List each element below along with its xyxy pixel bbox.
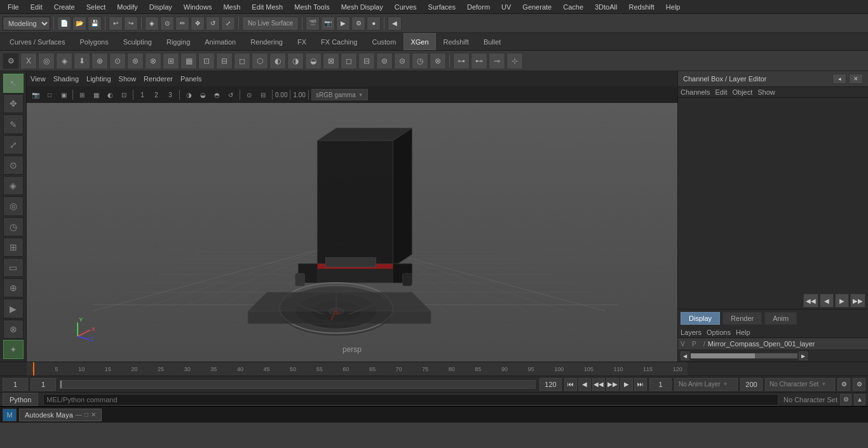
maya-window-btn[interactable]: Autodesk Maya — □ ✕: [19, 409, 102, 421]
soft-select-tool[interactable]: ⊕: [3, 278, 24, 297]
tab-curves-surfaces[interactable]: Curves / Surfaces: [3, 33, 72, 50]
tab-redshift[interactable]: Redshift: [437, 33, 476, 50]
select-tool[interactable]: ↖: [3, 74, 24, 93]
char-set-selector[interactable]: No Character Set ▼: [765, 378, 835, 391]
redo-btn[interactable]: ↪: [124, 17, 138, 31]
vp-menu-show[interactable]: Show: [119, 75, 137, 83]
status-expand-btn[interactable]: ▲: [854, 394, 865, 405]
layer-scroll-track[interactable]: [691, 353, 797, 358]
extra-btn-1[interactable]: ◀: [388, 17, 402, 31]
render-view-btn[interactable]: 🎬: [306, 17, 320, 31]
vp-grid-btn[interactable]: ⊞: [76, 88, 88, 101]
vp-isolate-btn[interactable]: ⊙: [243, 88, 255, 101]
app-icon[interactable]: M: [3, 409, 17, 421]
xgen-icon-24[interactable]: ⊗: [430, 53, 446, 69]
xgen-icon-25[interactable]: ⊶: [453, 53, 470, 69]
step-fwd-btn[interactable]: ▶: [620, 378, 633, 391]
menu-create[interactable]: Create: [49, 2, 80, 12]
paint-select-btn[interactable]: ✏: [175, 17, 189, 31]
python-tab[interactable]: Python: [3, 393, 38, 406]
show-hide-tool[interactable]: ◷: [3, 217, 24, 236]
cb-edit-menu[interactable]: Edit: [715, 88, 727, 96]
xgen-icon-2[interactable]: ◎: [38, 53, 55, 69]
tab-custom[interactable]: Custom: [365, 33, 403, 50]
xgen-icon-6[interactable]: ⊙: [109, 53, 126, 69]
toggle-circle-btn[interactable]: ●: [367, 17, 381, 31]
vp-film-btn[interactable]: ▣: [57, 88, 70, 101]
restore-window-btn[interactable]: ✕: [91, 411, 96, 418]
tab-rendering[interactable]: Rendering: [243, 33, 290, 50]
extra-tool[interactable]: ⊗: [3, 320, 24, 339]
vp-wire-btn[interactable]: ▦: [90, 88, 102, 101]
play-fwd-btn[interactable]: ▶▶: [606, 378, 619, 391]
anim-prefs-btn[interactable]: ⚙: [837, 378, 850, 391]
menu-edit-mesh[interactable]: Edit Mesh: [247, 2, 288, 12]
cb-show-menu[interactable]: Show: [757, 88, 775, 96]
lo-help[interactable]: Help: [736, 329, 750, 336]
snapshot-btn[interactable]: 📷: [321, 17, 335, 31]
paint-tool[interactable]: ✥: [3, 94, 24, 113]
cb-channels-menu[interactable]: Channels: [681, 88, 710, 96]
select-tool-btn[interactable]: ◈: [145, 17, 159, 31]
render-settings-btn[interactable]: ⚙: [351, 17, 365, 31]
viewport-3d[interactable]: View Shading Lighting Show Renderer Pane…: [27, 71, 677, 362]
move-tool-btn[interactable]: ✥: [191, 17, 205, 31]
go-start-btn[interactable]: ⏮: [564, 378, 577, 391]
menu-redshift[interactable]: Redshift: [623, 2, 659, 12]
minimize-window-btn[interactable]: □: [85, 411, 88, 418]
tab-animation[interactable]: Animation: [198, 33, 243, 50]
tab-rigging[interactable]: Rigging: [159, 33, 197, 50]
playhead[interactable]: [33, 362, 34, 376]
menu-file[interactable]: File: [3, 2, 24, 12]
transform-tool[interactable]: ⤢: [3, 135, 24, 154]
new-scene-btn[interactable]: 📄: [57, 17, 71, 31]
xgen-icon-21[interactable]: ⊜: [376, 53, 393, 69]
vp-menu-renderer[interactable]: Renderer: [144, 75, 173, 83]
vp-menu-lighting[interactable]: Lighting: [86, 75, 111, 83]
brush-tool[interactable]: ✎: [3, 114, 24, 133]
xgen-icon-28[interactable]: ⊹: [506, 53, 523, 69]
go-end-btn[interactable]: ⏭: [634, 378, 647, 391]
tab-fx-caching[interactable]: FX Caching: [314, 33, 364, 50]
lasso-select-btn[interactable]: ⊙: [160, 17, 174, 31]
menu-modify[interactable]: Modify: [112, 2, 142, 12]
play-back-btn[interactable]: ◀◀: [592, 378, 605, 391]
frame-max-input[interactable]: [539, 378, 562, 391]
layer-scroll-right[interactable]: ▶: [799, 351, 808, 360]
menu-help[interactable]: Help: [661, 2, 686, 12]
xgen-icon-8[interactable]: ⊗: [145, 53, 161, 69]
cb-nav-left[interactable]: ◀◀: [803, 294, 818, 308]
menu-mesh-tools[interactable]: Mesh Tools: [289, 2, 334, 12]
tab-sculpting[interactable]: Sculpting: [116, 33, 159, 50]
vp-smooth-2[interactable]: 2: [150, 88, 163, 101]
xgen-icon-10[interactable]: ▦: [180, 53, 197, 69]
xgen-icon-4[interactable]: ⬇: [74, 53, 90, 69]
save-scene-btn[interactable]: 💾: [88, 17, 102, 31]
tab-display[interactable]: Display: [681, 312, 720, 325]
xgen-icon-11[interactable]: ⊡: [198, 53, 215, 69]
vp-ambient-btn[interactable]: ◒: [196, 88, 209, 101]
layer-scrollbar[interactable]: ◀ ▶: [678, 350, 868, 362]
xgen-icon-5[interactable]: ⊕: [92, 53, 108, 69]
vp-shadow-btn[interactable]: ◑: [182, 88, 195, 101]
cb-object-menu[interactable]: Object: [732, 88, 752, 96]
xgen-icon-9[interactable]: ⊞: [163, 53, 179, 69]
vp-menu-view[interactable]: View: [31, 75, 46, 83]
cb-close-btn[interactable]: ✕: [849, 74, 863, 84]
menu-generate[interactable]: Generate: [517, 2, 557, 12]
xgen-icon-18[interactable]: ⊠: [323, 53, 339, 69]
range-start-input[interactable]: [649, 378, 672, 391]
menu-deform[interactable]: Deform: [462, 2, 495, 12]
layer-tool[interactable]: ✦: [3, 340, 24, 359]
cb-expand-btn[interactable]: ◂: [832, 74, 846, 84]
marquee-tool[interactable]: ▭: [3, 258, 24, 277]
anim-layer-selector[interactable]: No Anim Layer ▼: [674, 378, 738, 391]
rotate-tool-btn[interactable]: ↺: [206, 17, 220, 31]
render-tool[interactable]: ▶: [3, 299, 24, 318]
range-end-input[interactable]: [740, 378, 763, 391]
timeline-prefs-btn[interactable]: ⚙: [853, 378, 865, 391]
lo-options[interactable]: Options: [707, 329, 731, 336]
cb-nav-last[interactable]: ▶▶: [850, 294, 865, 308]
menu-windows[interactable]: Windows: [179, 2, 217, 12]
xgen-icon-19[interactable]: ◻: [341, 53, 357, 69]
